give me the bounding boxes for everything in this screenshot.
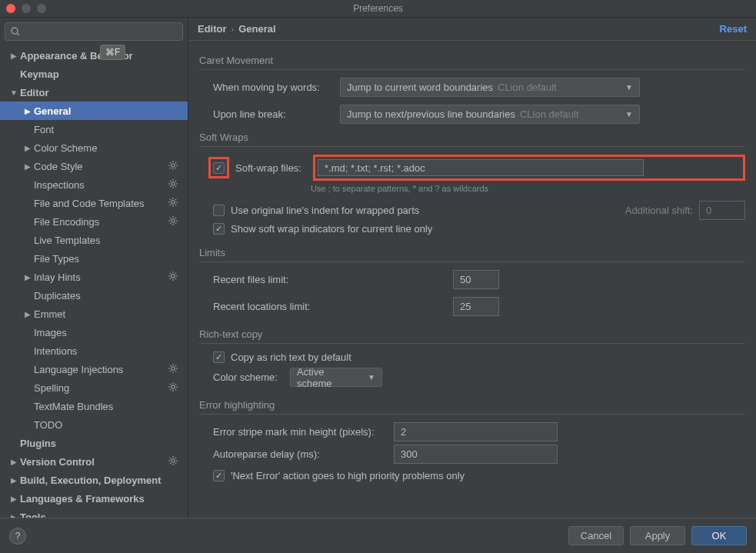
apply-button[interactable]: Apply xyxy=(630,526,685,545)
tree-arrow-icon: ▶ xyxy=(23,107,32,115)
sidebar-item-font[interactable]: Font xyxy=(0,120,188,138)
sidebar-item-label: TODO xyxy=(34,419,62,431)
tree-arrow-icon: ▶ xyxy=(23,162,32,171)
breadcrumb-editor[interactable]: Editor xyxy=(198,23,227,35)
breadcrumb-general: General xyxy=(238,23,275,35)
use-original-indent-checkbox[interactable] xyxy=(213,205,225,216)
sidebar-item-color-scheme[interactable]: ▶Color Scheme xyxy=(0,138,188,157)
svg-point-2 xyxy=(172,163,175,166)
sidebar-item-build-execution-deployment[interactable]: ▶Build, Execution, Deployment xyxy=(0,471,188,489)
upon-break-combo[interactable]: Jump to next/previous line boundariesCLi… xyxy=(340,105,640,124)
sidebar-item-inlay-hints[interactable]: ▶Inlay Hints xyxy=(0,268,188,286)
minimize-window-button[interactable] xyxy=(22,4,31,13)
softwrap-files-checkbox[interactable] xyxy=(213,162,225,174)
sidebar-item-textmate-bundles[interactable]: TextMate Bundles xyxy=(0,397,188,415)
sidebar-item-label: Inspections xyxy=(34,179,85,191)
chevron-down-icon: ▼ xyxy=(368,373,375,381)
tree-arrow-icon: ▶ xyxy=(23,144,32,152)
recent-locations-input[interactable] xyxy=(453,297,499,316)
upon-break-value: Jump to next/previous line boundaries xyxy=(347,108,515,120)
sidebar-item-label: General xyxy=(34,105,71,117)
window-title: Preferences xyxy=(353,3,403,14)
sidebar-item-label: Language Injections xyxy=(34,364,123,375)
gear-icon xyxy=(168,381,178,392)
tree-arrow-icon: ▶ xyxy=(9,52,18,60)
close-window-button[interactable] xyxy=(6,4,15,13)
softwrap-files-label: Soft-wrap files: xyxy=(235,162,307,174)
cancel-button[interactable]: Cancel xyxy=(568,526,624,545)
sidebar-item-code-style[interactable]: ▶Code Style xyxy=(0,157,188,175)
sidebar-item-file-types[interactable]: File Types xyxy=(0,249,188,268)
show-softwrap-indicators-checkbox[interactable] xyxy=(213,223,225,235)
footer: ? Cancel Apply OK xyxy=(0,518,756,553)
sidebar-item-label: Color Scheme xyxy=(34,142,97,154)
sidebar-item-emmet[interactable]: ▶Emmet xyxy=(0,305,188,323)
sidebar-item-label: Languages & Frameworks xyxy=(20,493,145,505)
tree-arrow-icon: ▼ xyxy=(9,88,18,97)
gear-icon xyxy=(168,455,178,466)
help-button[interactable]: ? xyxy=(9,528,26,545)
gear-icon xyxy=(168,363,178,374)
sidebar-item-inspections[interactable]: Inspections xyxy=(0,175,188,194)
sidebar-item-label: Emmet xyxy=(34,308,65,320)
next-error-checkbox[interactable] xyxy=(213,470,225,481)
color-scheme-label: Color scheme: xyxy=(213,371,282,383)
tree-arrow-icon: ▶ xyxy=(9,458,18,466)
search-input[interactable] xyxy=(5,22,183,41)
section-caret-movement: Caret Movement xyxy=(199,55,745,70)
sidebar-item-label: Plugins xyxy=(20,438,56,449)
sidebar-item-keymap[interactable]: Keymap xyxy=(0,65,188,83)
show-softwrap-indicators-label: Show soft wrap indicators for current li… xyxy=(231,223,432,235)
svg-point-4 xyxy=(172,200,175,203)
section-rich-text-copy: Rich-text copy xyxy=(199,328,745,344)
svg-point-3 xyxy=(172,182,175,185)
sidebar-item-language-injections[interactable]: Language Injections xyxy=(0,360,188,378)
sidebar-item-languages-frameworks[interactable]: ▶Languages & Frameworks xyxy=(0,489,188,508)
sidebar-item-appearance-behavior[interactable]: ▶Appearance & Behavior xyxy=(0,46,188,65)
recent-files-input[interactable] xyxy=(453,270,499,289)
reset-link[interactable]: Reset xyxy=(720,23,747,35)
sidebar-item-intentions[interactable]: Intentions xyxy=(0,341,188,360)
autoreparse-input[interactable] xyxy=(394,445,558,464)
sidebar-item-editor[interactable]: ▼Editor xyxy=(0,83,188,102)
sidebar-item-label: File and Code Templates xyxy=(34,198,145,209)
zoom-window-button[interactable] xyxy=(37,4,46,13)
sidebar-item-label: Keymap xyxy=(20,68,59,80)
sidebar-item-tools[interactable]: ▶Tools xyxy=(0,508,188,518)
sidebar-item-todo[interactable]: TODO xyxy=(0,415,188,434)
sidebar-item-version-control[interactable]: ▶Version Control xyxy=(0,452,188,471)
copy-rich-text-checkbox[interactable] xyxy=(213,351,225,363)
when-moving-value: Jump to current word boundaries xyxy=(347,82,493,93)
gear-icon xyxy=(168,160,178,171)
sidebar-item-label: Spelling xyxy=(34,382,69,394)
sidebar-item-label: Images xyxy=(34,327,67,338)
sidebar-item-general[interactable]: ▶General xyxy=(0,102,188,120)
sidebar-item-images[interactable]: Images xyxy=(0,323,188,341)
section-error-highlighting: Error highlighting xyxy=(199,399,745,415)
sidebar-item-label: Build, Execution, Deployment xyxy=(20,475,161,486)
sidebar-item-label: Editor xyxy=(20,87,49,98)
softwrap-files-input[interactable] xyxy=(318,159,644,176)
tree-arrow-icon: ▶ xyxy=(23,310,32,318)
recent-locations-label: Recent locations limit: xyxy=(213,301,445,312)
sidebar-item-duplicates[interactable]: Duplicates xyxy=(0,286,188,305)
chevron-down-icon: ▼ xyxy=(625,83,633,92)
svg-point-9 xyxy=(172,458,175,461)
upon-break-label: Upon line break: xyxy=(213,108,332,120)
error-stripe-input[interactable] xyxy=(394,422,558,441)
sidebar-item-label: File Types xyxy=(34,253,79,265)
settings-tree: ▶Appearance & BehaviorKeymap▼Editor▶Gene… xyxy=(0,43,188,518)
error-stripe-label: Error stripe mark min height (pixels): xyxy=(213,426,386,438)
color-scheme-combo[interactable]: Active scheme ▼ xyxy=(290,368,382,387)
sidebar-item-live-templates[interactable]: Live Templates xyxy=(0,231,188,249)
tree-arrow-icon: ▶ xyxy=(23,273,32,281)
use-original-indent-label: Use original line's indent for wrapped p… xyxy=(231,205,419,216)
breadcrumb-separator-icon: › xyxy=(231,25,235,34)
sidebar-item-file-encodings[interactable]: File Encodings xyxy=(0,212,188,231)
sidebar-item-plugins[interactable]: Plugins xyxy=(0,434,188,452)
sidebar-item-file-and-code-templates[interactable]: File and Code Templates xyxy=(0,194,188,212)
ok-button[interactable]: OK xyxy=(691,526,747,545)
sidebar-item-label: Tools xyxy=(20,511,46,518)
sidebar-item-spelling[interactable]: Spelling xyxy=(0,378,188,397)
when-moving-combo[interactable]: Jump to current word boundariesCLion def… xyxy=(340,78,640,97)
